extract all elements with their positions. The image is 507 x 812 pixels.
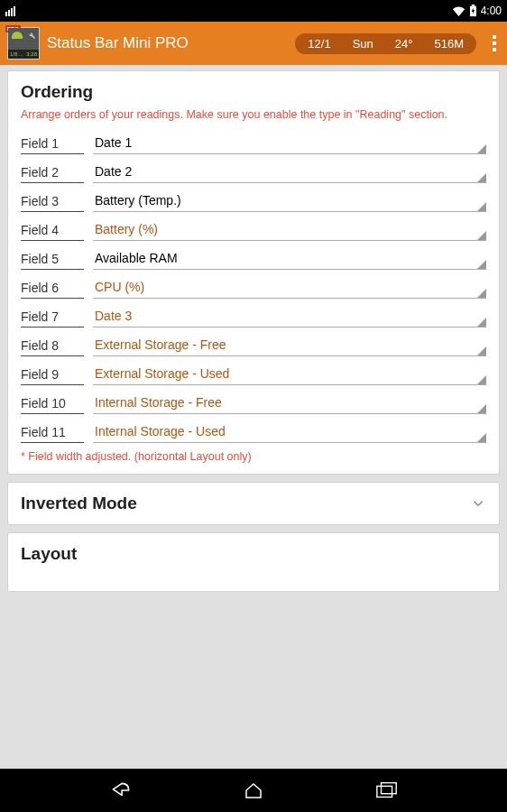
field-label: Field 6 [21, 281, 84, 299]
field-row: Field 5Available RAM [21, 248, 486, 270]
field-spinner[interactable]: Battery (%) [93, 219, 486, 241]
field-label: Field 4 [21, 223, 84, 241]
overflow-menu-icon[interactable] [489, 30, 500, 57]
field-spinner[interactable]: Internal Storage - Free [93, 392, 486, 414]
app-title: Status Bar Mini PRO [47, 34, 189, 52]
android-nav-bar [0, 769, 507, 812]
field-spinner[interactable]: CPU (%) [93, 277, 486, 299]
field-label: Field 5 [21, 252, 84, 270]
svg-rect-1 [471, 5, 475, 6]
field-row: Field 7Date 3 [21, 306, 486, 328]
field-row: Field 4Battery (%) [21, 219, 486, 241]
ordering-card: Ordering Arrange orders of your readings… [7, 70, 500, 475]
content-scroll[interactable]: Ordering Arrange orders of your readings… [0, 65, 507, 769]
ordering-desc: Arrange orders of your readings. Make su… [21, 107, 486, 124]
spinner-triangle-icon [477, 231, 486, 240]
spinner-triangle-icon [477, 289, 486, 298]
spinner-triangle-icon [477, 202, 486, 211]
field-row: Field 6CPU (%) [21, 277, 486, 299]
field-spinner[interactable]: External Storage - Used [93, 364, 486, 385]
field-value: External Storage - Used [95, 366, 229, 381]
pill-date: 12/1 [308, 37, 330, 51]
field-label: Field 11 [21, 425, 84, 443]
svg-rect-3 [381, 783, 396, 794]
spinner-triangle-icon [477, 260, 486, 269]
chevron-down-icon [470, 495, 486, 512]
field-value: Internal Storage - Free [95, 395, 222, 410]
spinner-triangle-icon [477, 318, 486, 327]
field-spinner[interactable]: Battery (Temp.) [93, 190, 486, 212]
field-row: Field 9External Storage - Used [21, 364, 486, 385]
field-label: Field 7 [21, 309, 84, 328]
android-status-bar: 4:00 [0, 0, 507, 22]
field-label: Field 1 [21, 136, 84, 154]
spinner-triangle-icon [477, 404, 486, 413]
ordering-footnote: * Field width adjusted. (horizontal Layo… [21, 450, 486, 463]
spinner-triangle-icon [477, 144, 486, 153]
inverted-mode-card[interactable]: Inverted Mode [7, 482, 500, 525]
field-value: CPU (%) [95, 280, 144, 294]
field-value: Date 2 [95, 164, 132, 179]
spinner-triangle-icon [477, 173, 486, 182]
field-row: Field 3Battery (Temp.) [21, 190, 486, 212]
field-value: External Storage - Free [95, 337, 226, 352]
spinner-triangle-icon [477, 433, 486, 442]
field-value: Internal Storage - Used [95, 424, 226, 438]
field-value: Date 3 [95, 309, 132, 323]
back-button[interactable] [108, 778, 134, 803]
field-row: Field 11Internal Storage - Used [21, 421, 486, 443]
layout-title: Layout [21, 544, 77, 564]
pill-day: Sun [353, 37, 373, 51]
pill-mem: 516M [434, 37, 464, 51]
layout-card[interactable]: Layout [7, 532, 500, 592]
home-button[interactable] [241, 778, 266, 803]
field-label: Field 8 [21, 338, 84, 356]
wifi-icon [452, 5, 466, 16]
field-value: Battery (%) [95, 222, 158, 236]
app-icon[interactable]: PRO 1/8 ... 3:28 [7, 27, 40, 60]
inverted-mode-title: Inverted Mode [21, 494, 137, 513]
field-spinner[interactable]: Date 3 [93, 306, 486, 328]
field-spinner[interactable]: Date 2 [93, 161, 486, 183]
spinner-triangle-icon [477, 375, 486, 384]
field-value: Battery (Temp.) [95, 193, 181, 208]
pill-temp: 24° [395, 37, 413, 51]
field-row: Field 10Internal Storage - Free [21, 392, 486, 414]
recent-apps-button[interactable] [374, 778, 400, 803]
field-spinner[interactable]: External Storage - Free [93, 335, 486, 356]
field-row: Field 8External Storage - Free [21, 335, 486, 356]
svg-rect-2 [376, 786, 392, 797]
field-label: Field 3 [21, 194, 84, 212]
field-spinner[interactable]: Available RAM [93, 248, 486, 270]
wrench-icon [27, 31, 36, 40]
battery-charging-icon [469, 5, 477, 17]
field-value: Date 1 [95, 135, 132, 150]
field-row: Field 1Date 1 [21, 133, 486, 154]
field-spinner[interactable]: Date 1 [93, 133, 486, 154]
field-label: Field 2 [21, 165, 84, 183]
field-value: Available RAM [95, 251, 178, 265]
field-spinner[interactable]: Internal Storage - Used [93, 421, 486, 443]
status-pill[interactable]: 12/1 Sun 24° 516M [295, 33, 476, 54]
clock-text: 4:00 [481, 5, 502, 17]
signal-bars-icon [5, 6, 15, 16]
ordering-title: Ordering [21, 82, 486, 102]
spinner-triangle-icon [477, 346, 486, 355]
field-label: Field 10 [21, 396, 84, 414]
field-label: Field 9 [21, 367, 84, 385]
field-row: Field 2Date 2 [21, 161, 486, 183]
app-action-bar: PRO 1/8 ... 3:28 Status Bar Mini PRO 12/… [0, 22, 507, 65]
